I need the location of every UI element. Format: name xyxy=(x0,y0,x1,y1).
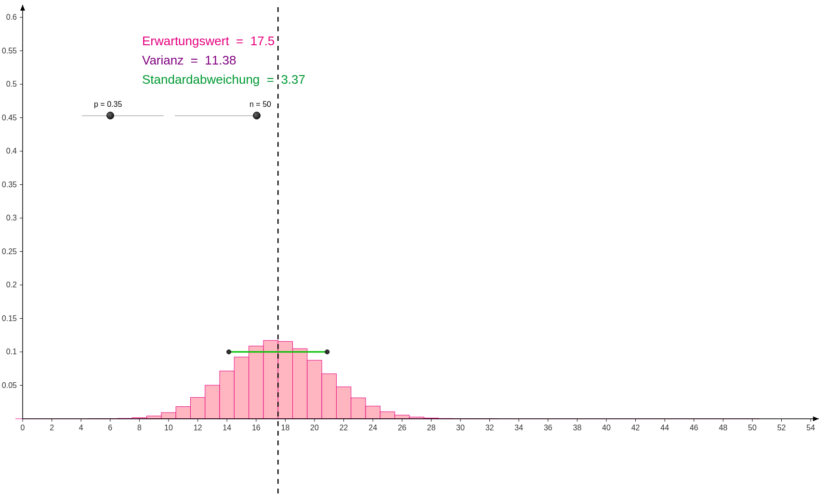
x-tick-label: 10 xyxy=(164,424,173,432)
x-tick-label: 48 xyxy=(719,424,728,432)
histogram-bar xyxy=(322,374,336,419)
x-tick-label: 8 xyxy=(137,424,142,432)
x-tick-label: 16 xyxy=(252,424,261,432)
x-tick-label: 34 xyxy=(514,424,523,432)
histogram-bar xyxy=(336,387,351,419)
histogram-bar xyxy=(161,413,176,419)
histogram-bar xyxy=(351,398,366,419)
y-tick-label: 0.1 xyxy=(6,348,17,356)
slider-n-thumb[interactable] xyxy=(253,112,261,119)
histogram-bar xyxy=(380,412,394,419)
sd-endpoint xyxy=(227,350,231,354)
histogram-bar xyxy=(234,357,249,419)
histogram-bar xyxy=(220,371,234,419)
x-tick-label: 2 xyxy=(50,424,54,432)
y-tick-label: 0.25 xyxy=(2,247,17,256)
y-tick-label: 0.45 xyxy=(2,114,17,122)
y-tick-label: 0.4 xyxy=(6,147,17,155)
x-tick-label: 44 xyxy=(660,424,669,432)
variance-label: Varianz = 11.38 xyxy=(142,53,236,68)
slider-n[interactable]: n = 50 xyxy=(175,111,257,125)
histogram-bar xyxy=(190,398,205,419)
x-tick-label: 52 xyxy=(777,424,786,432)
x-tick-label: 6 xyxy=(108,424,112,432)
histogram-bar xyxy=(293,349,307,419)
slider-p-thumb[interactable] xyxy=(106,112,114,119)
histogram-bar xyxy=(395,415,409,419)
histogram-bar xyxy=(278,341,292,419)
histogram-bar xyxy=(366,406,380,419)
slider-p[interactable]: p = 0.35 xyxy=(82,111,164,125)
x-tick-label: 50 xyxy=(748,424,757,432)
histogram-bar xyxy=(147,416,161,419)
x-tick-label: 28 xyxy=(427,424,436,432)
sd-label: Standardabweichung = 3.37 xyxy=(142,72,305,87)
histogram-bar xyxy=(249,346,263,419)
x-tick-label: 42 xyxy=(631,424,640,432)
x-tick-label: 14 xyxy=(223,424,231,432)
y-tick-label: 0.35 xyxy=(2,181,17,189)
x-tick-label: 4 xyxy=(79,424,83,432)
y-tick-label: 0.2 xyxy=(6,281,17,289)
y-tick-label: 0.3 xyxy=(6,214,17,222)
x-tick-label: 12 xyxy=(194,424,202,432)
x-tick-label: 36 xyxy=(544,424,552,432)
y-tick-label: 0.6 xyxy=(6,13,17,21)
expected-value-label: Erwartungswert = 17.5 xyxy=(142,34,275,49)
x-tick-label: 20 xyxy=(310,424,319,432)
x-tick-label: 46 xyxy=(690,424,698,432)
x-tick-label: 30 xyxy=(456,424,465,432)
x-tick-label: 22 xyxy=(340,424,348,432)
x-tick-label: 24 xyxy=(368,424,377,432)
y-tick-label: 0.55 xyxy=(2,47,17,55)
histogram-bar xyxy=(176,407,190,419)
histogram-bar xyxy=(205,385,220,419)
x-tick-label: 26 xyxy=(398,424,406,432)
y-tick-label: 0.5 xyxy=(6,80,17,88)
x-tick-label: 0 xyxy=(21,424,25,432)
histogram-bar xyxy=(307,360,322,419)
x-tick-label: 18 xyxy=(281,424,290,432)
binomial-histogram: 0246810121416182022242628303234363840424… xyxy=(0,0,826,504)
sd-endpoint xyxy=(325,350,329,354)
y-tick-label: 0.05 xyxy=(2,381,17,389)
x-tick-label: 32 xyxy=(485,424,494,432)
x-tick-label: 38 xyxy=(573,424,582,432)
x-tick-label: 54 xyxy=(806,424,815,432)
y-tick-label: 0.15 xyxy=(2,314,17,323)
x-tick-label: 40 xyxy=(602,424,611,432)
